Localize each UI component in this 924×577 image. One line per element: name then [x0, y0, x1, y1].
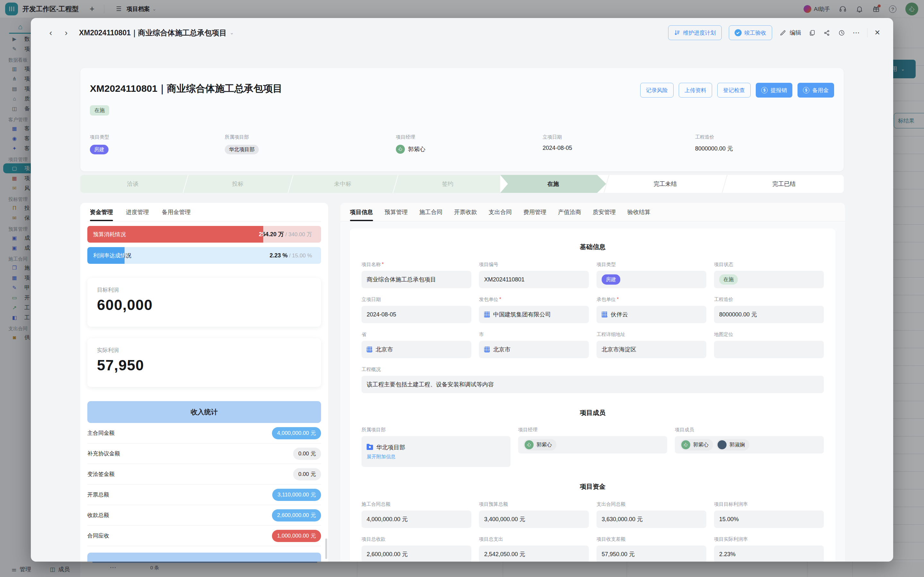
income-row: 合同应收 1,000,000.00 元 — [87, 525, 321, 546]
tab-progress-management[interactable]: 进度管理 — [126, 203, 149, 221]
balance-input[interactable]: 57,950.00 元 — [597, 546, 706, 562]
scrollbar-thumb[interactable] — [325, 538, 327, 559]
field-project-code: 项目编号 XM2024110801 — [479, 261, 589, 288]
budget-total-input[interactable]: 3,400,000.00 元 — [479, 511, 589, 528]
total-paid-input[interactable]: 2,542,050.00 元 — [479, 546, 589, 562]
summary-field-cost: 工程造价 8000000.00 元 — [695, 134, 733, 152]
field-contract-total: 施工合同总额 4,000,000.00 元 — [361, 501, 471, 528]
record-risk-button[interactable]: 记录风险 — [640, 83, 674, 98]
project-info-card: 基础信息 项目名称* 商业综合体施工总承包项目 项目编号 XM202411080… — [350, 229, 835, 562]
stage-in-construction[interactable]: 在施 — [500, 175, 606, 193]
close-icon[interactable]: ✕ — [874, 29, 880, 37]
field-actual-profit-rate: 项目实际利润率 2.23% — [714, 536, 824, 562]
field-dept: 所属项目部 华北项目部 展开附加信息 — [361, 427, 511, 467]
project-detail-modal: ‹ › XM2024110801｜商业综合体施工总承包项目 ⌄ 维护进度计划 竣… — [31, 18, 893, 562]
petty-cash-button[interactable]: $ 备用金 — [798, 83, 834, 98]
actual-profit-card: 实际利润 57,950 — [87, 338, 321, 387]
expand-extra-info-link[interactable]: 展开附加信息 — [367, 454, 395, 460]
tab-construction-contract[interactable]: 施工合同 — [419, 203, 442, 221]
project-name-input[interactable]: 商业综合体施工总承包项目 — [361, 271, 471, 288]
project-overview-input[interactable]: 该工程主要包括土建工程、设备安装和调试等内容 — [361, 376, 824, 393]
map-location-input[interactable] — [714, 341, 824, 358]
more-icon[interactable]: ⋯ — [853, 29, 860, 37]
stage-done-unsettled[interactable]: 完工未结 — [606, 175, 724, 193]
next-section-header-clipped — [87, 553, 321, 562]
field-project-cost: 工程造价 8000000.00 元 — [714, 297, 824, 323]
stage-bidding[interactable]: 投标 — [185, 175, 290, 193]
maintain-schedule-button[interactable]: 维护进度计划 — [668, 25, 722, 40]
income-row: 收款总额 2,600,000.00 元 — [87, 505, 321, 525]
status-badge: 在施 — [719, 274, 738, 285]
tab-invoicing[interactable]: 开票收款 — [454, 203, 477, 221]
dept-input[interactable]: 华北项目部 展开附加信息 — [361, 436, 511, 467]
register-inspection-button[interactable]: 登记检查 — [717, 83, 751, 98]
tab-quality-safety[interactable]: 质安管理 — [593, 203, 616, 221]
contract-total-input[interactable]: 4,000,000.00 元 — [361, 511, 471, 528]
field-address: 工程详细地址 北京市海淀区 — [597, 332, 706, 358]
field-project-status: 项目状态 在施 — [714, 261, 824, 288]
project-code-input[interactable]: XM2024110801 — [479, 271, 589, 288]
stage-done-settled[interactable]: 完工已结 — [724, 175, 844, 193]
dept-badge: 华北项目部 — [225, 145, 259, 154]
status-badge: 在施 — [90, 105, 109, 116]
submit-expense-button[interactable]: $ 提报销 — [756, 83, 792, 98]
next-record-button[interactable]: › — [60, 27, 72, 39]
stage-lost-bid[interactable]: 未中标 — [290, 175, 395, 193]
finance-panel-tabs: 资金管理 进度管理 备用金管理 — [87, 203, 321, 221]
province-input[interactable]: 北京市 — [361, 341, 471, 358]
total-received-input[interactable]: 2,600,000.00 元 — [361, 546, 471, 562]
field-budget-total: 项目预算总额 3,400,000.00 元 — [479, 501, 589, 528]
field-total-received: 项目总收款 2,600,000.00 元 — [361, 536, 471, 562]
expense-contract-total-input[interactable]: 3,630,000.00 元 — [597, 511, 706, 528]
field-start-date: 立项日期 2024-08-05 — [361, 297, 471, 323]
amount-pill: 0.00 元 — [293, 468, 321, 480]
upload-docs-button[interactable]: 上传资料 — [679, 83, 712, 98]
address-input[interactable]: 北京市海淀区 — [597, 341, 706, 358]
amount-pill: 2,600,000.00 元 — [272, 509, 321, 522]
field-total-paid: 项目总支出 2,542,050.00 元 — [479, 536, 589, 562]
target-profit-rate-input[interactable]: 15.00% — [714, 511, 824, 528]
avatar — [718, 440, 727, 449]
budget-consumption-bar: 预算消耗情况 254.20 万 / 340.00 万 预算消耗情况 254.20… — [87, 226, 321, 243]
summary-field-dept: 所属项目部 华北项目部 — [225, 134, 259, 154]
tab-value-negotiation[interactable]: 产值洽商 — [558, 203, 581, 221]
tab-petty-cash-management[interactable]: 备用金管理 — [162, 203, 191, 221]
project-status-input[interactable]: 在施 — [714, 271, 824, 288]
actual-profit-rate-input[interactable]: 2.23% — [714, 546, 824, 562]
project-info-tabs: 项目信息 预算管理 施工合同 开票收款 支出合同 费用管理 产值洽商 质安管理 … — [340, 203, 845, 221]
tab-budget[interactable]: 预算管理 — [385, 203, 408, 221]
history-clock-icon[interactable] — [838, 29, 846, 37]
project-cost-input[interactable]: 8000000.00 元 — [714, 306, 824, 323]
member-pill: 心 郭紫心 — [523, 439, 556, 451]
modal-title: XM2024110801｜商业综合体施工总承包项目 — [79, 28, 227, 38]
completion-acceptance-button[interactable]: 竣工验收 — [729, 25, 772, 40]
building-icon — [601, 312, 608, 318]
members-input[interactable]: 心 郭紫心 郭淑娴 — [675, 436, 824, 453]
summary-field-date: 立项日期 2024-08-05 — [543, 134, 572, 152]
tab-acceptance-settlement[interactable]: 验收结算 — [627, 203, 650, 221]
contractor-input[interactable]: 伙伴云 — [597, 306, 706, 323]
dollar-icon: $ — [803, 87, 810, 93]
amount-pill: 4,000,000.00 元 — [272, 427, 321, 439]
project-type-input[interactable]: 房建 — [597, 271, 706, 288]
prev-record-button[interactable]: ‹ — [45, 27, 56, 39]
field-manager: 项目经理 心 郭紫心 — [518, 427, 667, 467]
section-funds: 项目资金 — [361, 482, 824, 491]
building-icon — [484, 312, 490, 318]
stage-negotiation[interactable]: 洽谈 — [80, 175, 185, 193]
check-badge-icon — [735, 29, 742, 36]
city-input[interactable]: 北京市 — [479, 341, 589, 358]
client-company-input[interactable]: 中国建筑集团有限公司 — [479, 306, 589, 323]
tab-fee-management[interactable]: 费用管理 — [523, 203, 547, 221]
tab-project-info[interactable]: 项目信息 — [350, 203, 373, 221]
title-chevron-icon[interactable]: ⌄ — [230, 30, 234, 35]
tab-expense-contract[interactable]: 支出合同 — [489, 203, 512, 221]
manager-input[interactable]: 心 郭紫心 — [518, 436, 667, 453]
edit-button[interactable]: 编辑 — [779, 29, 801, 37]
share-icon[interactable] — [823, 29, 831, 37]
target-profit-card: 目标利润 600,000 — [87, 278, 321, 327]
tab-fund-management[interactable]: 资金管理 — [90, 203, 113, 221]
stage-signed[interactable]: 签约 — [395, 175, 500, 193]
copy-icon[interactable] — [808, 29, 816, 37]
start-date-input[interactable]: 2024-08-05 — [361, 306, 471, 323]
